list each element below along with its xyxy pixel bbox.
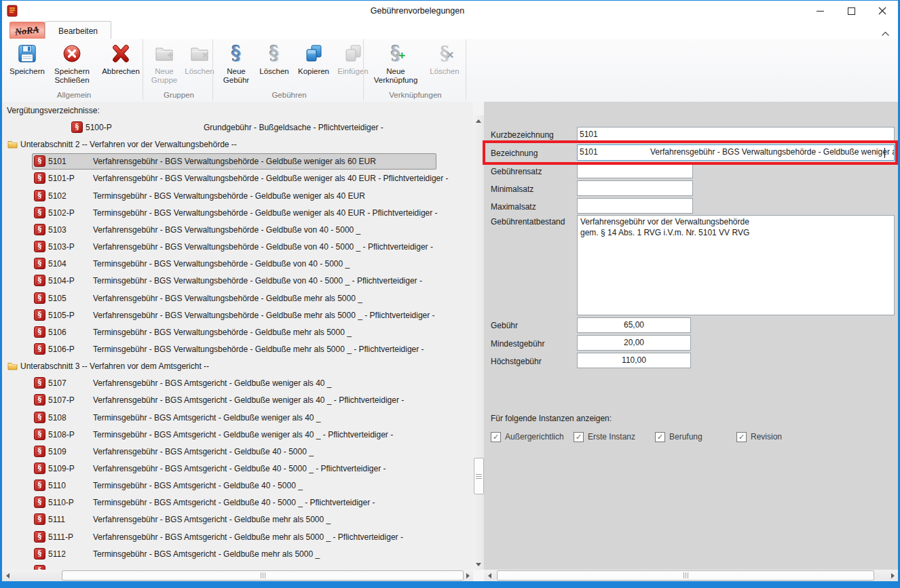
window-border bbox=[0, 0, 900, 1]
tree-folder-row[interactable]: Unterabschnitt 2 -- Verfahren vor der Ve… bbox=[0, 136, 473, 153]
window-controls bbox=[804, 1, 898, 21]
item-code: 5109-P bbox=[48, 464, 75, 473]
paragraph-icon: § bbox=[34, 309, 45, 321]
tree-item-row[interactable]: §5105-PVerfahrensgebühr - BGS Verwaltung… bbox=[0, 307, 473, 324]
scroll-down-button[interactable] bbox=[473, 559, 484, 570]
item-code: 5108 bbox=[48, 413, 67, 423]
paragraph-icon: § bbox=[34, 326, 45, 338]
scroll-up-button[interactable] bbox=[473, 115, 484, 126]
tree-item-row[interactable]: §5103Verfahrensgebühr - BGS Verwaltungsb… bbox=[0, 222, 473, 239]
checkbox-checked-icon: ✓ bbox=[574, 432, 584, 442]
tree-horizontal-scrollbar[interactable] bbox=[2, 570, 473, 581]
tree-item-row[interactable]: §5111Verfahrensgebühr - BGS Amtsgericht … bbox=[0, 511, 473, 528]
gebuehrensatz-input[interactable] bbox=[577, 163, 693, 178]
paragraph-icon: § bbox=[34, 496, 45, 508]
mindestgebuehr-input[interactable]: 20,00 bbox=[577, 335, 691, 351]
hoechstgebuehr-input[interactable]: 110,00 bbox=[577, 353, 691, 368]
collapse-ribbon-icon[interactable] bbox=[881, 27, 890, 39]
item-description: Terminsgebühr - BGS Amtsgericht - Geldbu… bbox=[93, 413, 320, 423]
minimalsatz-input[interactable] bbox=[577, 180, 693, 196]
item-description: Grundgebühr - Bußgeldsache - Pflichtvert… bbox=[204, 123, 383, 132]
item-description: Verfahrensgebühr - BGS Verwaltungsbehörd… bbox=[93, 174, 449, 183]
item-code: 5104-P bbox=[48, 276, 75, 286]
folder-label: Unterabschnitt 3 -- Verfahren vor dem Am… bbox=[20, 361, 209, 371]
item-description: Terminsgebühr - BGS Amtsgericht - Geldbu… bbox=[93, 498, 375, 507]
item-description: Verfahrensgebühr - BGS Amtsgericht - Gel… bbox=[93, 515, 331, 524]
item-description: Terminsgebühr - BGS Verwaltungsbehörde -… bbox=[93, 276, 422, 286]
annotation-highlight-box bbox=[483, 140, 898, 165]
paragraph-icon: § bbox=[34, 565, 45, 570]
item-description: Terminsgebühr - BGS Verwaltungsbehörde -… bbox=[93, 345, 424, 354]
paragraph-icon: § bbox=[34, 343, 45, 355]
vertical-scroll-thumb[interactable] bbox=[474, 458, 484, 494]
vertical-scrollbar[interactable] bbox=[473, 115, 484, 570]
tree-item-row[interactable]: §5102-PTerminsgebühr - BGS Verwaltungsbe… bbox=[0, 205, 473, 222]
instances-label: Für folgende Instanzen anzeigen: bbox=[491, 414, 612, 423]
item-code: 5109 bbox=[48, 447, 67, 456]
tree-item-row[interactable]: §5108Terminsgebühr - BGS Amtsgericht - G… bbox=[0, 410, 473, 427]
gebuehrenvorbelegungen-window: Gebührenvorbelegungen NoRA Bearbeiten bbox=[0, 0, 900, 588]
item-description: Terminsgebühr - BGS Verwaltungsbehörde -… bbox=[93, 191, 365, 201]
minimize-button[interactable] bbox=[804, 1, 836, 21]
tree-item-row[interactable]: §5110Terminsgebühr - BGS Amtsgericht - G… bbox=[0, 477, 473, 494]
close-button[interactable] bbox=[867, 1, 898, 21]
checkbox-label: Revision bbox=[751, 432, 782, 442]
tree-item-row[interactable]: §5107Verfahrensgebühr - BGS Amtsgericht … bbox=[0, 375, 473, 392]
window-border bbox=[0, 0, 2, 588]
paragraph-icon: § bbox=[34, 412, 45, 423]
window-border bbox=[0, 581, 900, 588]
tree-item-row[interactable]: §5109-PVerfahrensgebühr - BGS Amtsgerich… bbox=[0, 460, 473, 477]
scroll-left-button[interactable] bbox=[2, 570, 13, 581]
paragraph-icon: § bbox=[34, 446, 45, 457]
detail-horizontal-scrollbar[interactable] bbox=[484, 570, 898, 581]
tree-item-row[interactable]: §5106Terminsgebühr - BGS Verwaltungsbehö… bbox=[0, 324, 473, 341]
gebuehrensatz-label: Gebührensatz bbox=[491, 167, 542, 176]
tree-item-row[interactable]: §5105Verfahrensgebühr - BGS Verwaltungsb… bbox=[0, 290, 473, 307]
scroll-right-button[interactable] bbox=[462, 570, 473, 581]
maximize-button[interactable] bbox=[836, 1, 867, 21]
detail-horizontal-scroll-thumb[interactable] bbox=[497, 570, 874, 581]
tree-item-row[interactable]: §5104Terminsgebühr - BGS Verwaltungsbehö… bbox=[0, 256, 473, 273]
tree-item-row[interactable]: §5100-PGrundgebühr - Bußgeldsache - Pfli… bbox=[0, 119, 473, 136]
gebuehrentatbestand-label: Gebührentatbestand bbox=[491, 217, 565, 227]
instance-checkbox[interactable]: ✓Revision bbox=[736, 431, 782, 442]
item-code: 5106-P bbox=[48, 345, 75, 354]
tree-item-row[interactable]: §5107-PVerfahrensgebühr - BGS Amtsgerich… bbox=[0, 392, 473, 409]
item-code: 5101 bbox=[48, 157, 67, 166]
tree-item-row[interactable]: §5110-PTerminsgebühr - BGS Amtsgericht -… bbox=[0, 494, 473, 511]
gebuehr-input[interactable]: 65,00 bbox=[577, 317, 691, 333]
tree-item-row[interactable]: §5101-PVerfahrensgebühr - BGS Verwaltung… bbox=[0, 170, 473, 187]
item-code: 5103 bbox=[48, 225, 67, 235]
tree-item-row[interactable]: §5102Terminsgebühr - BGS Verwaltungsbehö… bbox=[0, 188, 473, 205]
item-code: 5107-P bbox=[48, 395, 75, 405]
tree-item-row[interactable]: §5103-PVerfahrensgebühr - BGS Verwaltung… bbox=[0, 239, 473, 256]
maximalsatz-input[interactable] bbox=[577, 198, 693, 214]
item-description: Verfahrensgebühr - BGS Amtsgericht - Gel… bbox=[93, 532, 403, 542]
tree-item-row[interactable]: § bbox=[0, 563, 473, 570]
tree-item-row[interactable]: §5101Verfahrensgebühr - BGS Verwaltungsb… bbox=[0, 153, 473, 170]
tree-item-row[interactable]: §5109Verfahrensgebühr - BGS Amtsgericht … bbox=[0, 444, 473, 460]
checkbox-label: Erste Instanz bbox=[588, 432, 635, 442]
item-description: Terminsgebühr - BGS Amtsgericht - Geldbu… bbox=[93, 549, 320, 559]
mindestgebuehr-label: Mindestgebühr bbox=[491, 339, 544, 349]
tree-item-row[interactable]: §5104-PTerminsgebühr - BGS Verwaltungsbe… bbox=[0, 273, 473, 290]
scroll-left-button[interactable] bbox=[484, 570, 495, 581]
tree-item-row[interactable]: §5106-PTerminsgebühr - BGS Verwaltungsbe… bbox=[0, 341, 473, 358]
gebuehr-label: Gebühr bbox=[491, 321, 518, 330]
instance-checkbox[interactable]: ✓Erste Instanz bbox=[574, 431, 635, 442]
item-description: Verfahrensgebühr - BGS Amtsgericht - Gel… bbox=[93, 464, 386, 473]
item-description: Verfahrensgebühr - BGS Amtsgericht - Gel… bbox=[93, 447, 314, 456]
checkbox-checked-icon: ✓ bbox=[491, 432, 501, 442]
item-code: 5101-P bbox=[48, 174, 75, 183]
instance-checkbox[interactable]: ✓Berufung bbox=[655, 431, 702, 442]
paragraph-icon: § bbox=[34, 463, 45, 474]
instance-checkbox[interactable]: ✓Außergerichtlich bbox=[491, 431, 564, 442]
gebuehrentatbestand-textarea[interactable]: Verfahrensgebühr vor der Verwaltungsbehö… bbox=[577, 215, 895, 315]
tree-item-row[interactable]: §5111-PVerfahrensgebühr - BGS Amtsgerich… bbox=[0, 529, 473, 546]
paragraph-icon: § bbox=[34, 479, 45, 491]
folder-icon bbox=[7, 361, 18, 373]
scroll-right-button[interactable] bbox=[887, 570, 898, 581]
tree-folder-row[interactable]: Unterabschnitt 3 -- Verfahren vor dem Am… bbox=[0, 358, 473, 375]
tree-item-row[interactable]: §5112Terminsgebühr - BGS Amtsgericht - G… bbox=[0, 546, 473, 563]
tree-horizontal-scroll-thumb[interactable] bbox=[62, 570, 464, 581]
